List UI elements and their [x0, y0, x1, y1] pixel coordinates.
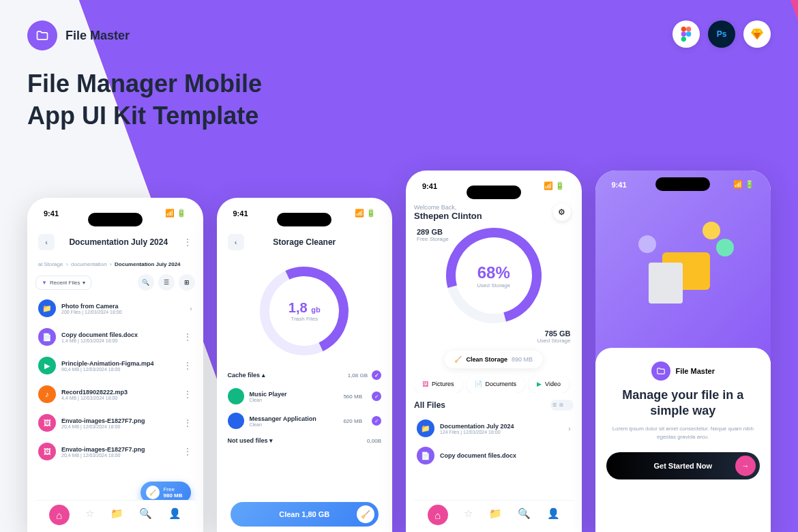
status-icons: 📶 🔋	[165, 209, 186, 218]
brand-name: File Master	[65, 29, 130, 43]
onboard-title: Manage your file in a simple way	[606, 387, 760, 419]
file-item[interactable]: 📄Copy document files.docx1,4 MB | 12/03/…	[35, 323, 195, 351]
storage-gauge: 68% Used Storage	[446, 228, 542, 323]
back-button[interactable]: ‹	[38, 234, 55, 250]
file-item[interactable]: 🖼Envato-images-E1827F7.png20,4 MB | 12/0…	[35, 409, 195, 437]
svg-point-1	[686, 27, 691, 31]
onboard-desc: Lorem ipsum dolor sit amet consectetur. …	[606, 425, 760, 441]
filter-chip[interactable]: ▼Recent Files ▾	[35, 276, 91, 290]
screen-title: Documentation July 2024	[60, 237, 177, 247]
onboard-hero: 9:41📶 🔋	[595, 171, 771, 361]
username: Sthepen Clinton	[414, 211, 574, 221]
photoshop-icon: Ps	[708, 20, 735, 48]
svg-point-4	[681, 37, 686, 42]
nav-profile[interactable]: 👤	[547, 507, 560, 525]
file-list: 📁Photo from Camera200 Files | 12/03/2024…	[35, 295, 195, 465]
notused-header[interactable]: Not used files ▾0,00B	[225, 433, 385, 448]
free-storage: 289 GBFree Storage	[417, 228, 449, 242]
screen-title: Storage Cleaner	[250, 237, 360, 247]
more-button[interactable]: ⋮	[183, 237, 192, 248]
sketch-icon	[743, 20, 771, 48]
back-button[interactable]: ‹	[228, 234, 244, 250]
nav-star[interactable]: ☆	[464, 507, 473, 525]
trash-gauge: 1,8 gb Trash Files	[260, 267, 349, 355]
file-item[interactable]: 🖼Envato-images-E1827F7.png20,4 MB | 12/0…	[35, 438, 195, 465]
breadcrumb[interactable]: al Storage › documentation › Documentati…	[35, 258, 195, 270]
used-storage: 785 GBUsed Storage	[537, 329, 571, 344]
nav-home[interactable]: ⌂	[49, 505, 70, 525]
bottom-nav: ⌂ ☆ 📁 🔍 👤	[35, 500, 195, 532]
settings-button[interactable]: ⚙	[553, 203, 571, 221]
app-item[interactable]: Messanger ApplicationClean620 MB✓	[225, 409, 385, 433]
nav-home[interactable]: ⌂	[428, 505, 448, 525]
view-toggle[interactable]: ☰⊞	[550, 400, 574, 411]
nav-star[interactable]: ☆	[85, 507, 94, 525]
page-title: File Manager MobileApp UI Kit Template	[27, 68, 262, 132]
status-time: 9:41	[44, 209, 59, 218]
file-item[interactable]: 📁Documentation July 2024124 Files | 12/0…	[414, 415, 574, 442]
figma-icon	[673, 20, 700, 48]
clean-button[interactable]: Clean 1,80 GB🧹	[231, 502, 379, 527]
onboard-logo: File Master	[606, 361, 760, 381]
arrow-icon: →	[735, 456, 756, 476]
category-documents[interactable]: 📄Documents	[467, 375, 525, 393]
svg-point-0	[681, 27, 686, 31]
view-grid-button[interactable]: ⊞	[179, 274, 195, 291]
file-item[interactable]: ▶Principle-Animation-Figma.mp490,4 MB | …	[35, 352, 195, 379]
nav-search[interactable]: 🔍	[518, 507, 531, 525]
brand-logo	[27, 20, 57, 50]
category-video[interactable]: ▶Video	[529, 375, 569, 393]
svg-point-2	[681, 31, 686, 36]
clean-storage-button[interactable]: 🧹Clean Storage890 MB	[445, 351, 542, 368]
file-item[interactable]: 📄Copy document files.docx	[414, 442, 574, 469]
search-button[interactable]: 🔍	[138, 274, 154, 291]
cache-header[interactable]: Cache files ▴1,08 GB✓	[225, 366, 385, 384]
all-files-title: All Files	[414, 400, 445, 410]
welcome-text: Welcome Back,	[414, 204, 574, 211]
file-item[interactable]: 📁Photo from Camera200 Files | 12/03/2024…	[35, 295, 195, 322]
svg-point-3	[686, 31, 691, 36]
app-item[interactable]: Music PlayerClean560 MB✓	[225, 384, 385, 409]
nav-folder[interactable]: 📁	[110, 507, 123, 525]
view-list-button[interactable]: ☰	[158, 274, 175, 291]
nav-search[interactable]: 🔍	[139, 507, 152, 525]
get-started-button[interactable]: Get Started Now→	[606, 452, 760, 479]
file-item[interactable]: ♪Record189028222.mp34,4 MB | 12/03/2024 …	[35, 381, 195, 408]
category-pictures[interactable]: 🖼Pictures	[414, 375, 462, 393]
nav-folder[interactable]: 📁	[489, 507, 502, 525]
nav-profile[interactable]: 👤	[168, 507, 181, 525]
bottom-nav: ⌂ ☆ 📁 🔍 👤	[414, 500, 574, 532]
